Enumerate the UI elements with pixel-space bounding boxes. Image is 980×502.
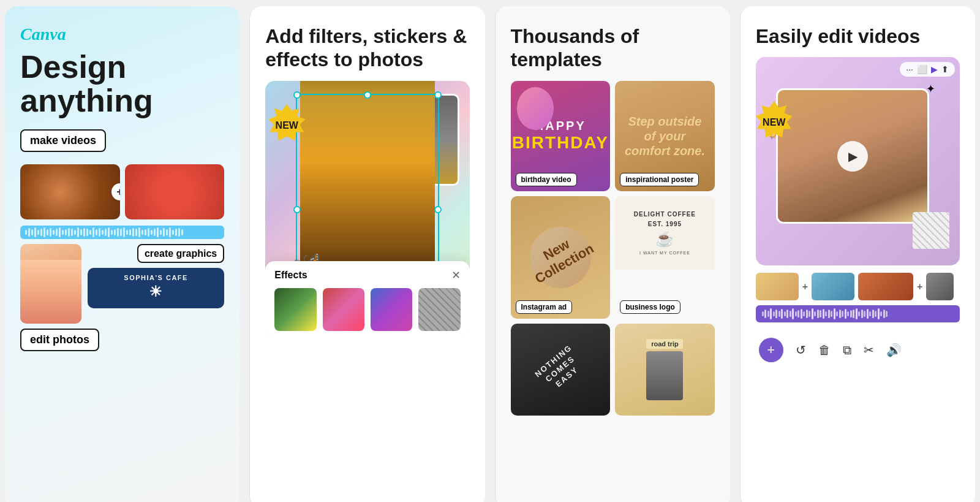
road-trip-template-card[interactable]: road trip xyxy=(615,324,715,416)
audio-waveform-bar xyxy=(20,226,224,239)
play-icon-toolbar[interactable]: ▶ xyxy=(931,64,938,74)
add-clip-icon-1[interactable]: + xyxy=(802,281,808,292)
audio-wave xyxy=(25,227,219,237)
close-button[interactable]: ✕ xyxy=(451,268,461,282)
clip-thumb-3[interactable] xyxy=(858,273,913,300)
instagram-ad-label: Instagram ad xyxy=(516,300,573,314)
panel-filters-effects: Add filters, stickers & effects to photo… xyxy=(249,6,484,502)
edit-photos-tag[interactable]: edit photos xyxy=(20,329,99,351)
panel-templates: Thousands of templates HAPPY BIRTHDAY bi… xyxy=(495,6,730,502)
audio-track-wave xyxy=(762,308,888,319)
make-videos-tag[interactable]: make videos xyxy=(20,129,106,152)
audio-track xyxy=(756,305,960,322)
nothing-template-card[interactable]: NOTHINGCOMESEASY xyxy=(511,324,611,416)
fullscreen-icon[interactable]: ⬜ xyxy=(917,64,927,74)
effects-grid xyxy=(274,288,460,331)
video-toolbar: ··· ⬜ ▶ ⬆ xyxy=(900,62,955,77)
create-graphics-tag[interactable]: create graphics xyxy=(137,244,224,263)
clip-thumb-1[interactable] xyxy=(756,273,799,300)
main-headline: Design anything xyxy=(20,50,224,117)
step-outside-text: Step outside of your comfort zone. xyxy=(624,114,706,158)
duplicate-icon[interactable]: ⧉ xyxy=(843,343,851,357)
clip-strip: + + xyxy=(756,273,960,300)
birthday-template-card[interactable]: HAPPY BIRTHDAY birthday video xyxy=(511,81,611,191)
video-editor-area: ✍ ▶ ··· ⬜ ▶ ⬆ ✦ xyxy=(756,57,960,265)
delight-title: DELIGHT COFFEE xyxy=(634,211,696,218)
birthday-video-label: birthday video xyxy=(516,173,577,186)
panel-design-anything: Canva Design anything make videos + xyxy=(5,6,239,502)
bottom-toolbar: + ↺ 🗑 ⧉ ✂ 🔊 xyxy=(756,332,960,368)
panel-edit-videos: Easily edit videos NEW ✍ ▶ ··· ⬜ ▶ ⬆ ✦ +… xyxy=(740,6,975,502)
play-button[interactable]: ▶ xyxy=(837,141,868,172)
delight-coffee-template-card[interactable]: DELIGHT COFFEE EST. 1995 ☕ I WANT MY COF… xyxy=(615,196,715,319)
woman-image xyxy=(20,244,81,324)
collection-template-card[interactable]: New Collection Instagram ad xyxy=(511,196,611,319)
effects-title: Effects xyxy=(274,270,307,281)
handle-tl xyxy=(293,91,301,99)
road-trip-content: road trip xyxy=(646,339,683,400)
tomato-image xyxy=(125,164,225,219)
add-clip-icon-2[interactable]: + xyxy=(917,281,922,292)
effect-thumb-2[interactable] xyxy=(323,288,364,331)
business-logo-label: business logo xyxy=(620,300,680,314)
cut-icon[interactable]: ✂ xyxy=(864,343,874,357)
coffee-cup-icon: ☕ xyxy=(655,230,674,248)
undo-icon[interactable]: ↺ xyxy=(796,343,806,357)
share-icon[interactable]: ⬆ xyxy=(941,64,949,74)
timeline-area: + + xyxy=(756,273,960,322)
effect-thumb-1[interactable] xyxy=(274,288,316,331)
clip-thumb-4[interactable] xyxy=(926,273,954,300)
more-icon[interactable]: ··· xyxy=(906,64,913,74)
panel3-headline: Thousands of templates xyxy=(511,25,715,72)
effects-panel[interactable]: Effects ✕ xyxy=(265,261,469,338)
step-outside-template-card[interactable]: Step outside of your comfort zone. inspi… xyxy=(615,81,715,191)
handle-tr xyxy=(434,91,442,99)
inspirational-poster-label: inspirational poster xyxy=(620,173,699,186)
road-trip-label: road trip xyxy=(646,339,683,349)
panel2-headline: Add filters, stickers & effects to photo… xyxy=(265,25,469,72)
nothing-visual: NOTHINGCOMESEASY xyxy=(511,324,611,416)
hatch-decoration xyxy=(913,212,949,249)
volume-icon[interactable]: 🔊 xyxy=(886,343,902,357)
sun-icon: ☀ xyxy=(94,283,218,300)
handle-tm xyxy=(364,91,371,99)
birthday-text: BIRTHDAY xyxy=(512,133,609,153)
couple-video-frame: ▶ xyxy=(776,88,929,224)
delete-icon[interactable]: 🗑 xyxy=(818,343,831,357)
cafe-name: SOPHIA'S CAFE xyxy=(94,274,218,281)
handle-mr xyxy=(434,206,442,213)
delight-sub: EST. 1995 xyxy=(648,221,682,227)
handle-ml xyxy=(293,206,301,213)
pizza-image: + xyxy=(20,164,120,219)
star-decoration: ✦ xyxy=(926,82,935,96)
plus-circle-icon: + xyxy=(111,183,120,200)
canva-logo: Canva xyxy=(20,25,224,44)
nothing-text: NOTHINGCOMESEASY xyxy=(533,343,587,396)
effect-thumb-4[interactable] xyxy=(418,288,460,331)
effect-thumb-3[interactable] xyxy=(371,288,412,331)
clip-thumb-2[interactable] xyxy=(812,273,854,300)
cafe-logo-box: SOPHIA'S CAFE ☀ xyxy=(88,268,224,308)
delight-tagline: I WANT MY COFFEE xyxy=(639,251,690,255)
panel4-headline: Easily edit videos xyxy=(756,25,960,48)
delight-visual: DELIGHT COFFEE EST. 1995 ☕ I WANT MY COF… xyxy=(615,196,715,270)
templates-grid: HAPPY BIRTHDAY birthday video Step outsi… xyxy=(511,81,715,420)
road-trip-visual: road trip xyxy=(615,324,715,416)
add-media-button[interactable]: + xyxy=(759,338,783,362)
